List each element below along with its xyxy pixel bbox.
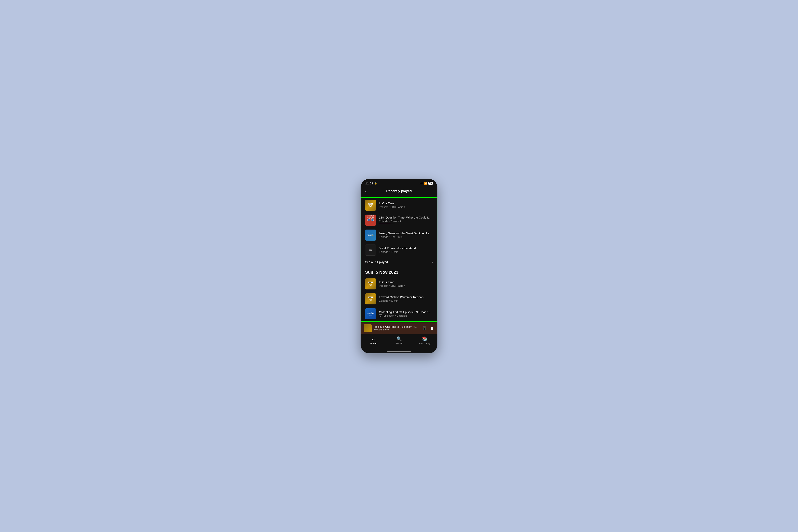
search-icon: 🔍 [396, 336, 402, 341]
progress-bar [379, 224, 395, 224]
list-item[interactable]: BBC IN OURTIME In Our Time Podcast • BBC… [361, 197, 437, 213]
list-item[interactable]: DAN SNOW'SHISTORYHIT Israel, Gaza and th… [361, 228, 437, 243]
item-info: 188. Question Time: What the Covid I... … [379, 216, 433, 224]
item-title: Israel, Gaza and the West Bank: A His... [379, 231, 433, 235]
item-title: Edward Gibbon (Summer Repeat) [379, 296, 433, 299]
item-title: Jozef Puska takes the stand [379, 247, 433, 250]
now-playing-info: Prologue: One Ring to Rule Them Al... Ho… [374, 325, 417, 331]
pause-button[interactable]: ⏸ [430, 326, 434, 331]
artwork-trial: THETRIAL [365, 245, 376, 255]
home-indicator [361, 350, 437, 353]
wifi-icon: 📶 [424, 182, 428, 185]
artwork-collecting-addicts: THECOLLECTINGCAVE [365, 308, 376, 319]
item-subtitle: Episode • 52 min [379, 299, 433, 302]
status-right: 📶 73 [420, 182, 433, 185]
list-item[interactable]: THECOLLECTINGCAVE Collecting Addicts Epi… [361, 306, 437, 321]
now-playing-controls: 📱 ⏸ [422, 325, 434, 331]
now-playing-bar[interactable]: Prologue: One Ring to Rule Them Al... Ho… [361, 322, 437, 334]
now-playing-title: Prologue: One Ring to Rule Them Al... [374, 325, 417, 328]
content-area: BBC IN OURTIME In Our Time Podcast • BBC… [361, 197, 437, 322]
list-item[interactable]: THETRIAL Jozef Puska takes the stand Epi… [361, 243, 437, 258]
item-info: Israel, Gaza and the West Bank: A His...… [379, 231, 433, 239]
item-info: Edward Gibbon (Summer Repeat) Episode • … [379, 296, 433, 302]
page-title: Recently played [386, 189, 412, 193]
now-playing-artwork [364, 324, 372, 332]
connect-device-button[interactable]: 📱 [422, 325, 427, 331]
signal-bars [420, 182, 423, 185]
item-title: In Our Time [379, 202, 433, 205]
item-title: 188. Question Time: What the Covid I... [379, 216, 433, 219]
nav-label-home: Home [370, 342, 377, 345]
item-info: In Our Time Podcast • BBC Radio 4 [379, 280, 433, 287]
list-item[interactable]: BBC IN OURTIME In Our Time Podcast • BBC… [361, 277, 437, 291]
now-playing-artist: Howard Shore [374, 328, 417, 331]
list-item[interactable]: THE REST IS POLITICS 👤 👤 188. Question T… [361, 213, 437, 228]
home-bar [387, 351, 411, 352]
library-icon: 📚 [422, 336, 428, 341]
artwork-in-our-time-3: BBC IN OURTIME [365, 293, 376, 304]
item-subtitle: Episode • 7 min left [379, 220, 433, 223]
header: ‹ Recently played [361, 187, 437, 197]
item-info: Collecting Addicts Episode 39: Headr... … [379, 310, 433, 317]
see-all-row[interactable]: See all 11 played › [361, 258, 437, 267]
progress-fill [379, 224, 391, 224]
bottom-nav: ⌂ Home 🔍 Search 📚 Your Library [361, 334, 437, 350]
nav-item-home[interactable]: ⌂ Home [361, 336, 386, 345]
connect-icon: 📱 [422, 326, 426, 330]
phone-frame: 11:01 🔒 📶 73 ‹ Recently played BBC [361, 179, 437, 353]
artwork-rip: THE REST IS POLITICS 👤 👤 [365, 214, 376, 226]
artwork-history-hit: DAN SNOW'SHISTORYHIT [365, 230, 376, 241]
artwork-in-our-time-1: BBC IN OURTIME [365, 200, 376, 211]
nav-item-search[interactable]: 🔍 Search [386, 336, 412, 345]
home-icon: ⌂ [372, 336, 375, 341]
lock-icon: 🔒 [374, 182, 377, 185]
status-bar: 11:01 🔒 📶 73 [361, 179, 437, 187]
battery-badge: 73 [429, 182, 433, 185]
hh-label: DAN SNOW'SHISTORYHIT [367, 233, 375, 236]
artwork-in-our-time-2: BBC IN OURTIME [365, 279, 376, 289]
back-button[interactable]: ‹ [364, 188, 367, 194]
progress-container [379, 224, 433, 224]
item-subtitle: Episode • 1 hr, 7 min [379, 235, 433, 239]
item-subtitle: Podcast • BBC Radio 4 [379, 284, 433, 287]
explicit-badge: E [379, 315, 382, 317]
item-title: In Our Time [379, 280, 433, 284]
list-item[interactable]: BBC IN OURTIME Edward Gibbon (Summer Rep… [361, 291, 437, 306]
highlighted-section: BBC IN OURTIME In Our Time Podcast • BBC… [361, 197, 437, 322]
item-info: In Our Time Podcast • BBC Radio 4 [379, 202, 433, 208]
item-title: Collecting Addicts Episode 39: Headr... [379, 310, 433, 314]
section-date: Sun, 5 Nov 2023 [361, 267, 437, 277]
status-time: 11:01 [365, 182, 373, 185]
item-info: Jozef Puska takes the stand Episode • 18… [379, 247, 433, 253]
see-all-label: See all 11 played [365, 260, 388, 264]
nav-item-library[interactable]: 📚 Your Library [412, 336, 437, 345]
nav-label-search: Search [396, 342, 402, 345]
item-subtitle: Episode • 18 min [379, 250, 433, 253]
chevron-right-icon: › [432, 260, 433, 264]
now-playing-left: Prologue: One Ring to Rule Them Al... Ho… [364, 324, 422, 332]
nav-label-library: Your Library [419, 342, 431, 345]
item-subtitle: Podcast • BBC Radio 4 [379, 206, 433, 208]
item-subtitle: E Episode • 41 min left [379, 314, 433, 317]
